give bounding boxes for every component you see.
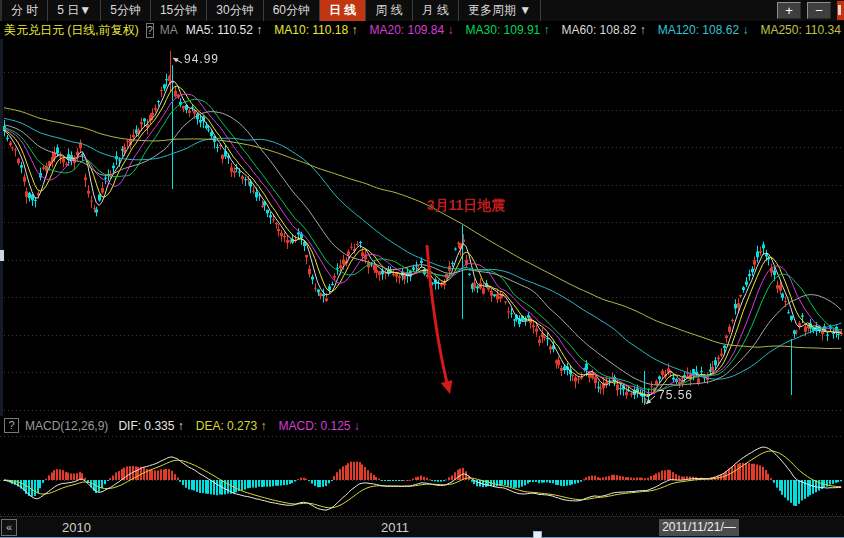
scrollbar-thumb[interactable] xyxy=(533,531,542,538)
period-buttons: 分 时5 日▼5分钟15分钟30分钟60分钟日 线周 线月 线更多周期 ▼ xyxy=(2,0,541,21)
macd-values: DIF: 0.335 ↑DEA: 0.273 ↑MACD: 0.125 ↓ xyxy=(118,419,371,433)
scroll-left-button[interactable]: « xyxy=(1,519,17,536)
zoom-out-button[interactable]: − xyxy=(807,2,831,19)
period-toolbar: 分 时5 日▼5分钟15分钟30分钟60分钟日 线周 线月 线更多周期 ▼ + … xyxy=(0,0,844,21)
period-tab-1[interactable]: 分 时 xyxy=(2,0,48,21)
period-tab-8[interactable]: 周 线 xyxy=(366,0,412,21)
period-tab-10[interactable]: 更多周期 ▼ xyxy=(459,0,541,21)
ma-value-1: MA10: 110.18 ↑ xyxy=(274,23,357,37)
period-tab-5[interactable]: 30分钟 xyxy=(207,0,263,21)
charting-app-window: 分 时5 日▼5分钟15分钟30分钟60分钟日 线周 线月 线更多周期 ▼ + … xyxy=(0,0,844,538)
left-scroll-thumb[interactable] xyxy=(0,250,4,261)
toolbar-right-group: + − xyxy=(777,0,844,21)
partial-red-button[interactable] xyxy=(837,1,844,20)
ma-value-6: MA250: 110.34 ↓ xyxy=(760,23,844,37)
macd-pane xyxy=(0,435,844,516)
macd-value-0: DIF: 0.335 ↑ xyxy=(118,419,183,433)
ma-value-2: MA20: 109.84 ↓ xyxy=(369,23,453,37)
main-chart-pane: 94.99 3月11日地震 75.56 xyxy=(0,39,844,416)
left-border xyxy=(0,39,3,416)
time-axis-bar: « 20102011 2011/11/21/— xyxy=(0,516,844,538)
period-tab-9[interactable]: 月 线 xyxy=(413,0,459,21)
ma-value-3: MA30: 109.91 ↑ xyxy=(466,23,550,37)
ma-value-0: MA5: 110.52 ↑ xyxy=(186,23,263,37)
ma-value-4: MA60: 108.82 ↑ xyxy=(562,23,646,37)
axis-tick-2010: 2010 xyxy=(62,520,91,535)
macd-help-icon[interactable]: ? xyxy=(4,418,19,433)
main-indicator-bar: 美元兑日元 (日线,前复权) ? MA MA5: 110.52 ↑MA10: 1… xyxy=(0,21,844,39)
help-icon[interactable]: ? xyxy=(146,23,154,38)
current-date-label: 2011/11/21/— xyxy=(659,519,739,536)
axis-tick-2011: 2011 xyxy=(381,520,409,535)
ma-label: MA xyxy=(160,23,178,37)
main-chart-canvas[interactable] xyxy=(0,39,844,416)
macd-canvas[interactable] xyxy=(0,435,844,516)
macd-title: MACD(12,26,9) xyxy=(25,419,108,433)
period-tab-6[interactable]: 60分钟 xyxy=(264,0,320,21)
ma-values: MA5: 110.52 ↑MA10: 110.18 ↑MA20: 109.84 … xyxy=(186,23,844,37)
ma-value-5: MA120: 108.62 ↓ xyxy=(658,23,749,37)
symbol-title: 美元兑日元 (日线,前复权) xyxy=(4,22,139,39)
macd-value-1: DEA: 0.273 ↑ xyxy=(196,419,267,433)
period-tab-3[interactable]: 5分钟 xyxy=(101,0,151,21)
period-tab-2[interactable]: 5 日▼ xyxy=(48,0,101,21)
partial-glyph xyxy=(838,5,841,15)
period-tab-4[interactable]: 15分钟 xyxy=(151,0,207,21)
zoom-in-button[interactable]: + xyxy=(777,2,801,19)
macd-value-2: MACD: 0.125 ↓ xyxy=(278,419,359,433)
macd-indicator-bar: ? MACD(12,26,9) DIF: 0.335 ↑DEA: 0.273 ↑… xyxy=(0,416,844,435)
period-tab-7[interactable]: 日 线 xyxy=(320,0,366,21)
